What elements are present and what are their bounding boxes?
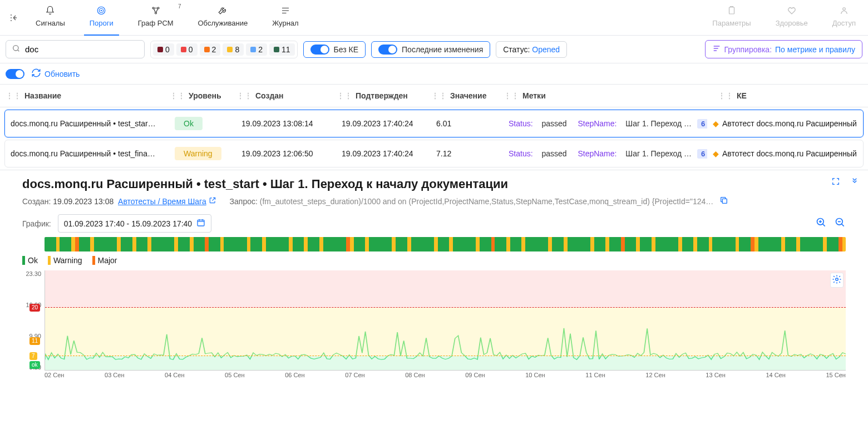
tab-badge: 7 — [178, 3, 181, 9]
tab-maintenance[interactable]: Обслуживание — [192, 3, 253, 32]
search-input-container[interactable] — [6, 40, 145, 58]
chart-x-labels: 02 Сен03 Сен04 Сен05 Сен06 Сен07 Сен08 С… — [45, 372, 846, 382]
search-input[interactable] — [25, 45, 139, 54]
table-row[interactable]: docs.monq.ru Расширенный • test_fina… Wa… — [4, 140, 864, 167]
table-header: ⋮⋮Название ⋮⋮Уровень ⋮⋮Создан ⋮⋮Подтверж… — [0, 85, 868, 107]
svg-rect-6 — [729, 7, 734, 14]
svg-point-1 — [100, 8, 104, 13]
tab-label: Сигналы — [36, 19, 65, 27]
toggle-last-changes[interactable]: Последние изменения — [371, 41, 490, 58]
tab-signals[interactable]: Сигналы — [30, 3, 71, 32]
tab-label: Пороги — [90, 19, 114, 27]
tab-label: Здоровье — [776, 19, 808, 27]
rule-link[interactable]: Автотесты / Время Шага — [118, 197, 206, 206]
col-confirmed: Подтвержден — [356, 91, 408, 100]
status-label: Статус: — [503, 45, 530, 54]
query-label: Запрос: — [230, 197, 258, 206]
heart-icon — [787, 6, 797, 18]
target-icon — [96, 6, 106, 18]
tab-rcm[interactable]: 7 Граф РСМ — [132, 3, 179, 32]
svg-point-8 — [13, 46, 18, 51]
auto-refresh-toggle[interactable]: ↻ — [6, 69, 24, 79]
refresh-label: Обновить — [45, 70, 80, 78]
status-value: Opened — [532, 45, 560, 54]
date-range-picker[interactable]: 01.09.2023 17:40 - 15.09.2023 17:40 — [58, 214, 211, 233]
grouping-selector[interactable]: Группировка: По метрике и правилу — [705, 40, 862, 58]
severity-chip[interactable]: 0 — [153, 43, 174, 56]
col-value: Значение — [450, 91, 486, 100]
severity-chip[interactable]: 2 — [200, 43, 221, 56]
severity-chip[interactable]: 11 — [269, 43, 295, 56]
refresh-icon — [31, 68, 41, 80]
svg-rect-9 — [722, 199, 727, 203]
svg-rect-10 — [198, 220, 204, 226]
severity-chips: 0028211 — [150, 41, 298, 58]
chart-settings-button[interactable] — [830, 273, 844, 288]
tab-health: Здоровье — [770, 3, 813, 32]
status-filter[interactable]: Статус: Opened — [496, 41, 567, 58]
copy-query-button[interactable] — [719, 196, 728, 206]
fullscreen-button[interactable] — [829, 175, 842, 188]
query-value: (fm_autotest_steps_duration)/1000 and on… — [260, 197, 716, 206]
chart-label: График: — [22, 219, 51, 228]
tab-journal[interactable]: Журнал — [267, 3, 304, 32]
group-icon — [712, 44, 721, 55]
created-value: 19.09.2023 13:08 — [53, 197, 114, 206]
svg-point-13 — [836, 278, 839, 281]
external-link-icon[interactable] — [209, 197, 216, 206]
detail-title: docs.monq.ru Расширенный • test_start • … — [22, 177, 846, 191]
toggle-switch[interactable] — [310, 45, 329, 55]
severity-chip[interactable]: 0 — [176, 43, 198, 56]
col-tags: Метки — [522, 91, 546, 100]
group-label: Группировка: — [724, 45, 772, 54]
severity-chip[interactable]: 2 — [246, 43, 267, 56]
collapse-button[interactable] — [848, 175, 861, 188]
tab-label: Обслуживание — [198, 19, 248, 27]
created-label: Создан: — [22, 197, 51, 206]
tab-label: Журнал — [272, 19, 298, 27]
toggle-label: Без КЕ — [334, 45, 358, 54]
tab-access: Доступ — [827, 3, 861, 32]
tab-thresholds[interactable]: Пороги — [84, 3, 119, 32]
svg-point-5 — [155, 12, 156, 14]
legend-warning: Warning — [53, 256, 82, 265]
col-ke: КЕ — [737, 91, 747, 100]
wrench-icon — [218, 6, 228, 18]
expand-sidebar-button[interactable] — [7, 11, 21, 25]
refresh-button[interactable]: Обновить — [31, 68, 80, 80]
list-icon — [280, 6, 290, 18]
clipboard-icon — [727, 6, 737, 18]
date-range-value: 01.09.2023 17:40 - 15.09.2023 17:40 — [64, 219, 192, 228]
tab-label: Доступ — [832, 19, 856, 27]
toggle-no-ke[interactable]: Без КЕ — [303, 41, 366, 58]
status-timeline[interactable] — [45, 237, 846, 251]
svg-point-0 — [98, 7, 106, 14]
svg-point-2 — [101, 10, 102, 11]
group-value: По метрике и правилу — [775, 45, 855, 54]
zoom-out-button[interactable] — [835, 217, 846, 230]
zoom-in-button[interactable] — [816, 217, 827, 230]
table-row[interactable]: docs.monq.ru Расширенный • test_star… Ok… — [4, 110, 864, 137]
severity-chip[interactable]: 8 — [223, 43, 244, 56]
toggle-label: Последние изменения — [402, 45, 483, 54]
col-level: Уровень — [189, 91, 221, 100]
col-name: Название — [24, 91, 61, 100]
col-created: Создан — [255, 91, 284, 100]
timeline-legend: Ok Warning Major — [22, 256, 846, 265]
legend-major: Major — [98, 256, 117, 265]
metric-chart[interactable]: 23.3016.609.903.20 20117ok 02 Сен03 Сен0… — [22, 270, 846, 382]
calendar-icon — [196, 218, 205, 229]
user-icon — [839, 6, 849, 18]
legend-ok: Ok — [28, 256, 38, 265]
tab-label: Параметры — [712, 19, 751, 27]
tab-parameters: Параметры — [707, 3, 756, 32]
search-icon — [12, 44, 21, 55]
graph-icon — [151, 6, 161, 18]
bell-icon — [45, 6, 55, 18]
svg-point-7 — [843, 8, 846, 11]
tab-label: Граф РСМ — [138, 19, 174, 27]
toggle-switch[interactable] — [378, 45, 397, 55]
